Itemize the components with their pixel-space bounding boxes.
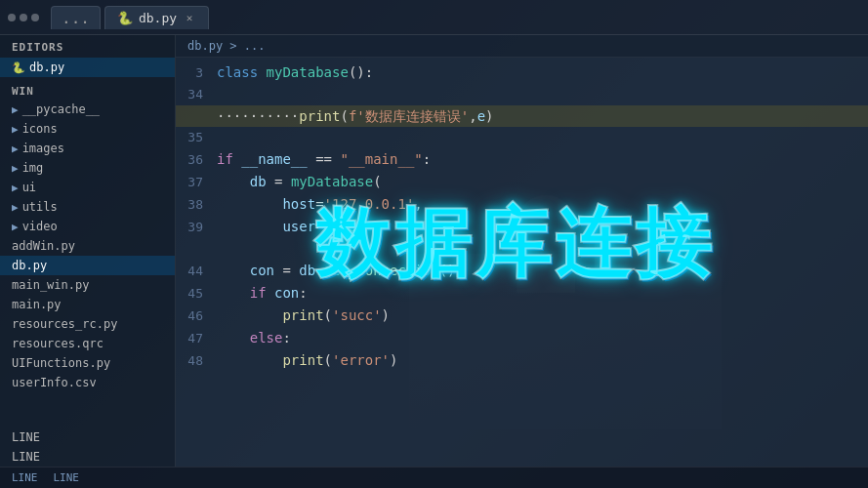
folder-img-label: img: [22, 161, 44, 175]
line-code-37: db = myDatabase(: [217, 171, 382, 192]
sidebar-folder-images[interactable]: ▶ images: [0, 139, 175, 158]
folder-ui-label: ui: [22, 181, 36, 194]
line-code-36: if __name__ == "__main__":: [217, 148, 431, 170]
status-bar: LINE LINE: [0, 467, 868, 488]
status-line-1-label: LINE: [12, 430, 40, 444]
sidebar-file-mainwin[interactable]: main_win.py: [0, 275, 175, 295]
tab-dot-1: [8, 14, 16, 21]
python-icon: 🐍: [12, 61, 25, 74]
line-num-34: 34: [176, 84, 217, 105]
sidebar-file-main[interactable]: main.py: [0, 295, 175, 314]
file-main-label: main.py: [12, 298, 62, 311]
line-code-46: print('succ'): [217, 305, 390, 326]
sidebar-file-addwin[interactable]: addWin.py: [0, 236, 175, 256]
file-resources-qrc-label: resources.qrc: [12, 337, 103, 350]
line-num-47: 47: [176, 328, 217, 349]
status-line-2-label: LINE: [12, 450, 40, 464]
code-line-48: 48 print('error'): [176, 349, 868, 372]
sidebar-active-filename: db.py: [29, 61, 64, 74]
code-line-36: 36 if __name__ == "__main__":: [176, 148, 868, 171]
code-line-38: 38 host='127.0.0.1',: [176, 193, 868, 216]
tab-dot-3: [31, 14, 39, 21]
ide-body: EDITORS 🐍 db.py WIN ▶ __pycache__ ▶ icon…: [0, 35, 868, 467]
tab-db-py-label: db.py: [139, 11, 177, 25]
code-line-print-error: ··········print(f'数据库连接错误',e): [176, 105, 868, 127]
code-line-46: 46 print('succ'): [176, 305, 868, 327]
sidebar-active-file[interactable]: 🐍 db.py: [0, 58, 175, 77]
code-content[interactable]: 3 class myDatabase(): 34 ··········print…: [176, 58, 868, 467]
editors-section-title: EDITORS: [0, 35, 175, 58]
code-line-45: 45 if con:: [176, 282, 868, 305]
line-num-38: 38: [176, 194, 217, 216]
folder-images-label: images: [22, 142, 64, 155]
status-line-1: LINE: [0, 427, 175, 447]
code-line-47: 47 else:: [176, 327, 868, 349]
code-line-gap: [176, 238, 868, 260]
tab-bar: ... 🐍 db.py ✕: [0, 0, 868, 35]
code-line-35: 35: [176, 127, 868, 148]
status-line-2: LINE: [0, 447, 175, 467]
ide-container: ... 🐍 db.py ✕ EDITORS 🐍 db.py WIN ▶ __py…: [0, 0, 868, 488]
file-resources-rc-label: resources_rc.py: [12, 317, 117, 331]
sidebar-folder-icons[interactable]: ▶ icons: [0, 119, 175, 139]
line-num-3: 3: [176, 62, 217, 84]
editor-breadcrumb: db.py > ...: [176, 35, 868, 58]
sidebar-folder-pycache[interactable]: ▶ __pycache__: [0, 100, 175, 119]
line-num-46: 46: [176, 305, 217, 327]
tab-dot-2: [20, 14, 27, 21]
sidebar-folder-ui[interactable]: ▶ ui: [0, 178, 175, 197]
line-code-44: con = db.get_connection(): [217, 260, 455, 281]
folder-icon-images: ▶: [12, 142, 19, 155]
line-code-3: class myDatabase():: [217, 61, 373, 83]
sidebar-folder-utils[interactable]: ▶ utils: [0, 197, 175, 217]
sidebar-file-db[interactable]: db.py: [0, 256, 175, 275]
tab-dots: [8, 14, 39, 21]
line-code-39: user='root': [217, 216, 373, 237]
folder-icon-icons: ▶: [12, 123, 19, 136]
line-code-print: ··········print(f'数据库连接错误',e): [217, 105, 494, 127]
folder-icons-label: icons: [22, 122, 58, 136]
code-line-44: 44 con = db.get_connection(): [176, 260, 868, 282]
folder-icon-video: ▶: [12, 221, 19, 233]
sidebar-file-resources-qrc[interactable]: resources.qrc: [0, 334, 175, 353]
line-num-39: 39: [176, 217, 217, 238]
folder-icon-img: ▶: [12, 162, 19, 175]
file-addwin-label: addWin.py: [12, 239, 75, 253]
file-mainwin-label: main_win.py: [12, 278, 89, 292]
editor-area: db.py > ... 3 class myDatabase(): 34 ···…: [176, 35, 868, 467]
win-section-title: WIN: [0, 81, 175, 100]
code-line-39: 39 user='root': [176, 216, 868, 238]
code-line-34: 34: [176, 84, 868, 105]
status-item-1: LINE: [12, 471, 38, 484]
line-code-48: print('error'): [217, 349, 397, 371]
line-num-36: 36: [176, 149, 217, 171]
python-file-icon: 🐍: [117, 11, 133, 25]
line-num-37: 37: [176, 172, 217, 193]
tab-close-icon[interactable]: ✕: [183, 11, 196, 24]
line-code-47: else:: [217, 327, 291, 348]
folder-icon-pycache: ▶: [12, 103, 19, 116]
code-line-3: 3 class myDatabase():: [176, 61, 868, 84]
folder-utils-label: utils: [22, 200, 58, 214]
folder-icon-ui: ▶: [12, 182, 19, 194]
sidebar-file-userinfo[interactable]: userInfo.csv: [0, 373, 175, 392]
line-code-38: host='127.0.0.1',: [217, 193, 423, 215]
sidebar: EDITORS 🐍 db.py WIN ▶ __pycache__ ▶ icon…: [0, 35, 176, 467]
sidebar-folder-video[interactable]: ▶ video: [0, 217, 175, 236]
tab-more-label: ...: [62, 9, 90, 27]
tab-db-py[interactable]: 🐍 db.py ✕: [104, 6, 209, 29]
line-num-48: 48: [176, 350, 217, 372]
sidebar-file-resources-rc[interactable]: resources_rc.py: [0, 314, 175, 334]
status-item-2: LINE: [54, 471, 80, 484]
file-uifunctions-label: UIFunctions.py: [12, 356, 110, 370]
file-db-label: db.py: [12, 259, 47, 272]
folder-pycache-label: __pycache__: [22, 102, 100, 116]
tab-more[interactable]: ...: [51, 6, 101, 29]
sidebar-folder-img[interactable]: ▶ img: [0, 158, 175, 178]
line-code-45: if con:: [217, 282, 308, 304]
folder-video-label: video: [22, 220, 58, 233]
code-line-37: 37 db = myDatabase(: [176, 171, 868, 193]
sidebar-file-uifunctions[interactable]: UIFunctions.py: [0, 353, 175, 373]
line-num-45: 45: [176, 283, 217, 305]
folder-icon-utils: ▶: [12, 201, 19, 214]
